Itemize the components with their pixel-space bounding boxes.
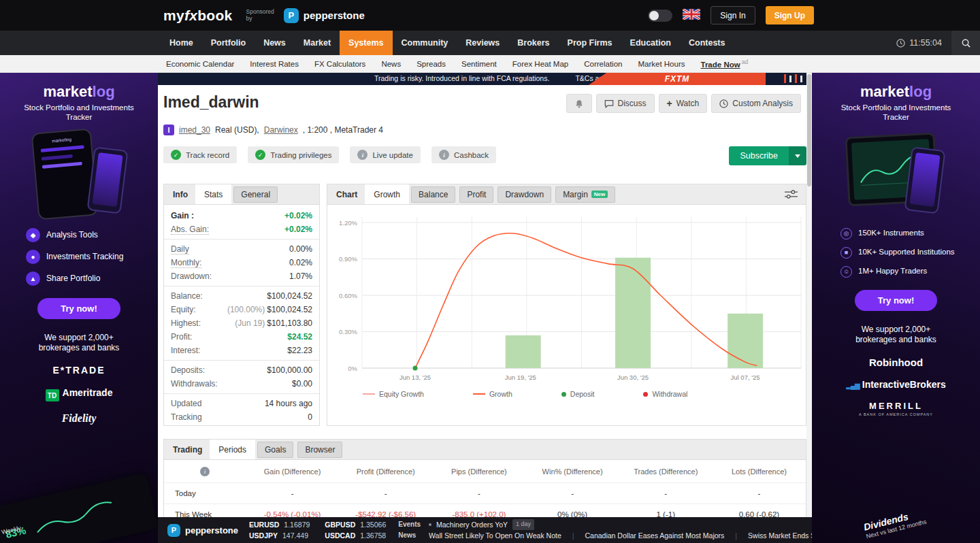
td-ameritrade-logo: TDAmeritrade bbox=[0, 386, 158, 402]
fxtm-ad-banner[interactable]: Trading is risky. Introduced in line wit… bbox=[158, 73, 806, 85]
tab-margin[interactable]: MarginNew bbox=[555, 186, 615, 203]
line-swatch bbox=[473, 393, 485, 395]
tab-periods[interactable]: Periods bbox=[210, 440, 255, 459]
custom-analysis-button[interactable]: Custom Analysis bbox=[711, 94, 801, 113]
nav-item-systems[interactable]: Systems bbox=[340, 31, 392, 55]
chart-legend: Equity Growth Growth Deposit Withdrawal bbox=[327, 390, 806, 398]
quote-column[interactable]: GBPUSD1.35066 USDCAD1.36758 bbox=[325, 519, 386, 542]
headline[interactable]: Swiss Market Ends Sharp bbox=[748, 530, 812, 541]
nav-item-brokers[interactable]: Brokers bbox=[508, 31, 558, 55]
growth-chart[interactable]: 0%0.30%0.60%0.90%1.20%Jun 13, '25Jun 19,… bbox=[327, 205, 806, 398]
nav-item-prop-firms[interactable]: Prop Firms bbox=[559, 31, 621, 55]
nav-item-education[interactable]: Education bbox=[621, 31, 680, 55]
table-row-today: Today - - - - - - bbox=[164, 483, 806, 504]
tab-growth[interactable]: Growth bbox=[365, 184, 409, 204]
scrollbar-track[interactable] bbox=[806, 73, 812, 543]
headline[interactable]: Wall Street Likely To Open On Weak Note bbox=[429, 530, 561, 541]
tab-info[interactable]: Info bbox=[165, 190, 195, 199]
legend-deposit[interactable]: Deposit bbox=[561, 390, 595, 398]
subnav-correlation[interactable]: Correlation bbox=[584, 60, 622, 68]
quote-column[interactable]: EURUSD1.16879 USDJPY147.449 bbox=[249, 519, 310, 542]
periods-tabs: Trading Periods Goals Browser bbox=[164, 440, 806, 460]
tab-stats[interactable]: Stats bbox=[195, 184, 231, 204]
sign-up-button[interactable]: Sign Up bbox=[766, 6, 814, 24]
interest-value: $22.23 bbox=[287, 346, 312, 355]
events-label: Events bbox=[398, 519, 421, 530]
clock-icon bbox=[896, 39, 905, 48]
nav-item-home[interactable]: Home bbox=[161, 31, 202, 55]
subnav-trade-now[interactable]: Trade Nowad bbox=[701, 59, 749, 69]
nav-item-portfolio[interactable]: Portfolio bbox=[202, 31, 255, 55]
withdrawals-value: $0.00 bbox=[292, 379, 312, 389]
tab-profit[interactable]: Profit bbox=[459, 186, 493, 203]
subnav-forex-heat-map[interactable]: Forex Heat Map bbox=[512, 60, 568, 68]
watch-button[interactable]: + Watch bbox=[659, 94, 708, 113]
robinhood-logo: Robinhood bbox=[812, 357, 980, 368]
left-ad-sidebar[interactable]: marketlog Stock Portfolio and Investment… bbox=[0, 73, 158, 543]
info-icon[interactable]: i bbox=[200, 467, 210, 476]
broker-link[interactable]: Darwinex bbox=[264, 125, 298, 135]
deposits-value: $100,000.00 bbox=[267, 365, 312, 375]
legend-growth[interactable]: Growth bbox=[473, 390, 512, 398]
headline[interactable]: Canadian Dollar Eases Against Most Major… bbox=[585, 530, 725, 541]
uk-flag-icon[interactable] bbox=[683, 9, 700, 22]
subnav-fx-calculators[interactable]: FX Calculators bbox=[314, 60, 365, 68]
subnav-economic-calendar[interactable]: Economic Calendar bbox=[166, 60, 234, 68]
nav-item-news[interactable]: News bbox=[255, 31, 295, 55]
subnav-news[interactable]: News bbox=[381, 60, 401, 68]
event-row[interactable]: Machinery Orders YoY 1 day bbox=[429, 519, 812, 530]
try-now-button[interactable]: Try now! bbox=[37, 298, 120, 319]
sign-in-button[interactable]: Sign In bbox=[710, 6, 755, 24]
legend-withdrawal[interactable]: Withdrawal bbox=[643, 390, 687, 398]
legend-equity-growth[interactable]: Equity Growth bbox=[363, 390, 424, 398]
nav-item-reviews[interactable]: Reviews bbox=[457, 31, 508, 55]
main-nav: Home Portfolio News Market Systems Commu… bbox=[0, 31, 980, 55]
feature-traders: ☺1M+ Happy Traders bbox=[840, 266, 980, 278]
subnav-spreads[interactable]: Spreads bbox=[416, 60, 446, 68]
chart-panel: Chart Growth Balance Profit Drawdown Mar… bbox=[327, 184, 806, 426]
svg-text:0.30%: 0.30% bbox=[339, 328, 357, 335]
live-update-badge[interactable]: iLive update bbox=[350, 146, 420, 163]
theme-toggle[interactable] bbox=[648, 10, 672, 22]
myfxbook-logo[interactable]: myfxbook bbox=[163, 7, 233, 24]
notifications-button[interactable] bbox=[566, 94, 592, 113]
stats-body: Gain :+0.02% Abs. Gain:+0.02% Daily0.00%… bbox=[164, 205, 319, 424]
periods-header-row: i Gain (Difference) Profit (Difference) … bbox=[164, 460, 806, 483]
toggle-thumb bbox=[649, 11, 659, 20]
tab-browser[interactable]: Browser bbox=[297, 442, 342, 458]
drawdown-value: 1.07% bbox=[289, 272, 312, 281]
discuss-button[interactable]: Discuss bbox=[596, 94, 655, 113]
account-link[interactable]: imed_30 bbox=[179, 125, 210, 135]
chart-settings-button[interactable] bbox=[785, 189, 798, 199]
subnav-sentiment[interactable]: Sentiment bbox=[461, 60, 497, 68]
pepperstone-logo[interactable]: P pepperstone bbox=[284, 8, 365, 23]
tab-balance[interactable]: Balance bbox=[411, 186, 455, 203]
tab-drawdown[interactable]: Drawdown bbox=[497, 186, 551, 203]
subnav-interest-rates[interactable]: Interest Rates bbox=[250, 60, 299, 68]
info-icon: i bbox=[357, 150, 368, 160]
plus-icon: + bbox=[667, 98, 672, 109]
cashback-badge[interactable]: iCashback bbox=[431, 146, 496, 163]
tab-goals[interactable]: Goals bbox=[257, 442, 293, 458]
try-now-button[interactable]: Try now! bbox=[855, 290, 937, 311]
track-record-badge[interactable]: ✓Track record bbox=[163, 146, 237, 163]
subscribe-dropdown[interactable] bbox=[789, 146, 806, 165]
interactive-brokers-logo: ▂▄▆InteractiveBrokers bbox=[812, 379, 980, 390]
subnav-market-hours[interactable]: Market Hours bbox=[638, 60, 685, 68]
chart-label: Chart bbox=[329, 190, 365, 199]
subscribe-button[interactable]: Subscribe bbox=[729, 146, 806, 165]
trading-label: Trading bbox=[165, 445, 210, 455]
quote-usdcad: USDCAD1.36758 bbox=[325, 530, 386, 541]
search-button[interactable] bbox=[951, 31, 980, 55]
pepperstone-ticker-logo[interactable]: P pepperstone bbox=[158, 524, 249, 537]
nav-item-contests[interactable]: Contests bbox=[680, 31, 734, 55]
right-ad-sidebar[interactable]: marketlog Stock Portfolio and Investment… bbox=[812, 73, 980, 543]
profit-value: $24.52 bbox=[287, 332, 312, 342]
scrollbar-thumb[interactable] bbox=[807, 74, 811, 186]
nav-item-community[interactable]: Community bbox=[393, 31, 457, 55]
trading-privileges-badge[interactable]: ✓Trading privileges bbox=[248, 146, 339, 163]
tab-general[interactable]: General bbox=[233, 186, 278, 203]
nav-item-market[interactable]: Market bbox=[295, 31, 340, 55]
info-icon: i bbox=[439, 150, 449, 160]
fxtm-logo: FXTM bbox=[665, 74, 690, 84]
